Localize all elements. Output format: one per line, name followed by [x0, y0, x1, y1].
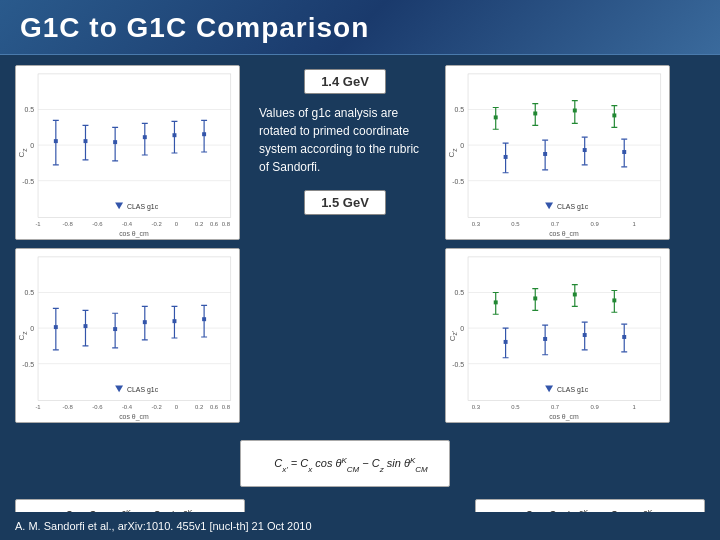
- svg-text:cos θ_cm: cos θ_cm: [549, 413, 579, 421]
- svg-rect-154: [494, 300, 498, 304]
- svg-rect-174: [543, 337, 547, 341]
- header: G1C to G1C Comparison: [0, 0, 720, 55]
- svg-text:0.2: 0.2: [195, 221, 203, 227]
- svg-text:0.5: 0.5: [24, 289, 34, 296]
- right-top-plot: Cz 0.5 0 -0.5 0.3 0.5 0.7 0.9 1 cos θ_cm: [445, 65, 670, 240]
- svg-rect-81: [172, 319, 176, 323]
- svg-text:-0.4: -0.4: [122, 221, 133, 227]
- svg-rect-29: [113, 140, 117, 144]
- svg-rect-69: [84, 324, 88, 328]
- svg-text:0: 0: [460, 142, 464, 149]
- svg-rect-110: [533, 111, 537, 115]
- svg-text:Cx' = Cx cos θKCM − Cz sin θKC: Cx' = Cx cos θKCM − Cz sin θKCM: [274, 456, 428, 474]
- main-content: Cz 0 0.5 -0.5 -1 -0.8 -0.6 -0.4: [0, 55, 720, 497]
- svg-text:0: 0: [30, 142, 34, 149]
- svg-text:0.8: 0.8: [222, 404, 231, 410]
- svg-text:CLAS g1c: CLAS g1c: [127, 203, 159, 211]
- left-top-y-axis: Cz: [17, 148, 28, 157]
- svg-text:cos θ_cm: cos θ_cm: [549, 230, 579, 238]
- svg-text:-0.8: -0.8: [63, 221, 74, 227]
- svg-text:0.8: 0.8: [222, 221, 231, 227]
- svg-text:1: 1: [632, 221, 635, 227]
- svg-text:0.7: 0.7: [551, 404, 559, 410]
- svg-rect-114: [573, 109, 577, 113]
- svg-text:0.6: 0.6: [210, 221, 219, 227]
- svg-text:-1: -1: [35, 221, 40, 227]
- right-bottom-y-axis: Cz': [448, 330, 459, 340]
- left-plots-panel: Cz 0 0.5 -0.5 -1 -0.8 -0.6 -0.4: [15, 65, 245, 487]
- svg-text:-1: -1: [35, 404, 40, 410]
- svg-text:0.7: 0.7: [551, 221, 559, 227]
- energy-badge-bottom: 1.5 GeV: [304, 190, 386, 215]
- svg-rect-122: [504, 155, 508, 159]
- svg-rect-25: [84, 139, 88, 143]
- svg-rect-166: [612, 298, 616, 302]
- svg-rect-45: [38, 257, 231, 400]
- svg-text:0.2: 0.2: [195, 404, 203, 410]
- svg-text:-0.2: -0.2: [152, 221, 162, 227]
- svg-text:0.5: 0.5: [454, 106, 464, 113]
- svg-text:-0.6: -0.6: [92, 221, 103, 227]
- right-plots-panel: Cz 0.5 0 -0.5 0.3 0.5 0.7 0.9 1 cos θ_cm: [445, 65, 675, 487]
- svg-rect-77: [143, 320, 147, 324]
- svg-text:-0.5: -0.5: [22, 178, 34, 185]
- svg-rect-41: [202, 132, 206, 136]
- svg-rect-21: [54, 139, 58, 143]
- svg-rect-134: [622, 150, 626, 154]
- svg-text:-0.2: -0.2: [152, 404, 162, 410]
- svg-text:CLAS g1c: CLAS g1c: [557, 203, 589, 211]
- energy-badge-top: 1.4 GeV: [304, 69, 386, 94]
- svg-text:-0.5: -0.5: [452, 361, 464, 368]
- svg-rect-178: [583, 333, 587, 337]
- svg-rect-158: [533, 296, 537, 300]
- citation-text: A. M. Sandorfi et al., arXiv:1010. 455v1…: [15, 520, 312, 532]
- svg-rect-37: [172, 133, 176, 137]
- svg-rect-85: [202, 317, 206, 321]
- svg-rect-73: [113, 327, 117, 331]
- svg-rect-118: [612, 113, 616, 117]
- center-panel: 1.4 GeV Values of g1c analysis are rotat…: [255, 65, 435, 487]
- svg-rect-138: [468, 257, 661, 400]
- svg-text:cos θ_cm: cos θ_cm: [119, 413, 149, 421]
- svg-text:CLAS g1c: CLAS g1c: [127, 386, 159, 394]
- left-bottom-plot: Cz 0 0.5 -0.5 -1 -0.8 -0.6 -0.4 -0.2 0 0…: [15, 248, 240, 423]
- svg-rect-1: [38, 74, 231, 217]
- svg-rect-170: [504, 340, 508, 344]
- svg-text:0.5: 0.5: [511, 221, 520, 227]
- svg-text:0.3: 0.3: [472, 221, 481, 227]
- svg-text:0.9: 0.9: [590, 221, 599, 227]
- right-bottom-plot: Cz' 0.5 0 -0.5 0.3 0.5 0.7 0.9 1 cos θ_c…: [445, 248, 670, 423]
- svg-rect-162: [573, 292, 577, 296]
- svg-rect-90: [468, 74, 661, 217]
- left-bottom-y-axis: Cz: [17, 331, 28, 340]
- svg-rect-106: [494, 115, 498, 119]
- svg-rect-65: [54, 325, 58, 329]
- svg-rect-130: [583, 148, 587, 152]
- svg-text:-0.5: -0.5: [452, 178, 464, 185]
- svg-rect-33: [143, 135, 147, 139]
- page-title: G1C to G1C Comparison: [20, 12, 369, 43]
- svg-text:0.5: 0.5: [454, 289, 464, 296]
- left-top-plot: Cz 0 0.5 -0.5 -1 -0.8 -0.6 -0.4: [15, 65, 240, 240]
- svg-text:-0.5: -0.5: [22, 361, 34, 368]
- svg-text:1: 1: [632, 404, 635, 410]
- svg-rect-182: [622, 335, 626, 339]
- footer: A. M. Sandorfi et al., arXiv:1010. 455v1…: [0, 512, 720, 540]
- description-text: Values of g1c analysis are rotated to pr…: [255, 104, 435, 176]
- svg-text:0.5: 0.5: [24, 106, 34, 113]
- svg-text:cos θ_cm: cos θ_cm: [119, 230, 149, 238]
- right-top-y-axis: Cz: [447, 148, 458, 157]
- svg-text:0.9: 0.9: [590, 404, 599, 410]
- svg-text:0.6: 0.6: [210, 404, 219, 410]
- svg-text:0: 0: [30, 325, 34, 332]
- svg-text:CLAS g1c: CLAS g1c: [557, 386, 589, 394]
- svg-rect-126: [543, 152, 547, 156]
- svg-text:0.3: 0.3: [472, 404, 481, 410]
- svg-text:0: 0: [460, 325, 464, 332]
- svg-text:0.5: 0.5: [511, 404, 520, 410]
- svg-text:-0.6: -0.6: [92, 404, 103, 410]
- svg-text:-0.4: -0.4: [122, 404, 133, 410]
- formula-top: Cx' = Cx cos θKCM − Cz sin θKCM: [240, 440, 450, 487]
- svg-text:-0.8: -0.8: [63, 404, 74, 410]
